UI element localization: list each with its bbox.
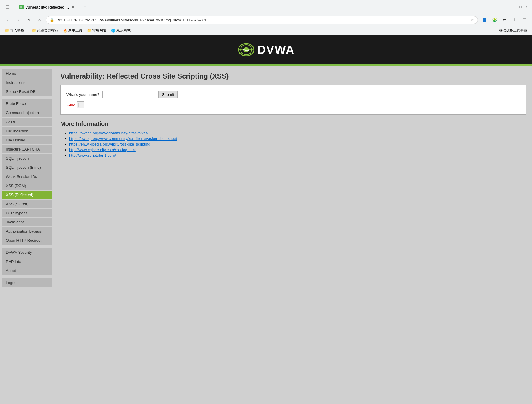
- dvwa-logo-icon: DVWA: [237, 41, 255, 59]
- sync-icon[interactable]: ⇄: [500, 16, 508, 24]
- form-label: What's your name?: [66, 92, 99, 97]
- dvwa-body: Home Instructions Setup / Reset DB Brute…: [0, 66, 532, 404]
- sidebar-item-command-injection[interactable]: Command Injection: [2, 108, 52, 117]
- sidebar-item-dvwa-security[interactable]: DVWA Security: [2, 248, 52, 257]
- bookmark-common-icon: 📁: [87, 29, 91, 33]
- bookmark-mobile-label: 移动设备上的书签: [499, 28, 527, 33]
- bookmark-common-label: 常用网址: [92, 28, 106, 33]
- browser-chrome: ☰ D Vulnerability: Reflected Cross-Site.…: [0, 0, 532, 35]
- sidebar-separator-3: [0, 276, 54, 278]
- bookmark-jd-label: 京东商城: [116, 28, 131, 33]
- home-button[interactable]: ⌂: [35, 16, 44, 24]
- list-item: https://owasp.org/www-community/xss-filt…: [69, 136, 526, 141]
- window-close-button[interactable]: ×: [524, 5, 528, 9]
- sidebar-item-sql-injection-blind[interactable]: SQL Injection (Blind): [2, 163, 52, 172]
- name-input[interactable]: [102, 91, 155, 98]
- address-bar[interactable]: 🔒 ☆: [46, 16, 478, 24]
- link-owasp-filter[interactable]: https://owasp.org/www-community/xss-filt…: [69, 136, 177, 141]
- more-info-title: More Information: [60, 121, 526, 127]
- hello-text: Hello: [66, 103, 75, 107]
- sidebar-item-javascript[interactable]: JavaScript: [2, 218, 52, 226]
- hello-text-row: Hello: [66, 101, 520, 108]
- submit-button[interactable]: Submit: [158, 91, 178, 98]
- sidebar-item-php-info[interactable]: PHP Info: [2, 257, 52, 266]
- bookmark-mobile[interactable]: 移动设备上的书签: [498, 27, 528, 34]
- link-wikipedia[interactable]: https://en.wikipedia.org/wiki/Cross-site…: [69, 142, 150, 146]
- svg-text:DVWA: DVWA: [243, 49, 249, 51]
- tab-favicon: D: [19, 5, 24, 9]
- tab-title: Vulnerability: Reflected Cross-Site...: [25, 5, 70, 9]
- broken-image: [77, 101, 84, 108]
- sidebar-item-weak-session-ids[interactable]: Weak Session IDs: [2, 172, 52, 181]
- link-scriptalert[interactable]: http://www.scriptalert1.com/: [69, 153, 116, 158]
- page-wrapper: DVWA DVWA Home Instructions Setup / Rese…: [0, 35, 532, 404]
- sidebar-separator-1: [0, 96, 54, 99]
- sidebar-item-logout[interactable]: Logout: [2, 278, 52, 287]
- share-icon[interactable]: ⤴: [510, 16, 518, 24]
- sidebar-item-insecure-captcha[interactable]: Insecure CAPTCHA: [2, 145, 52, 153]
- browser-titlebar: ☰ D Vulnerability: Reflected Cross-Site.…: [0, 0, 532, 14]
- bookmarks-bar: 📁 导入书签... 📁 火狐官方站点 🔥 新手上路 📁 常用网址 🌐 京东商城 …: [0, 26, 532, 35]
- bookmark-jd[interactable]: 🌐 京东商城: [110, 27, 132, 34]
- dvwa-logo-text: DVWA: [257, 43, 295, 56]
- tab-close-button[interactable]: ×: [72, 5, 74, 9]
- sidebar-item-xss-stored[interactable]: XSS (Stored): [2, 200, 52, 208]
- browser-toolbar: ‹ › ↻ ⌂ 🔒 ☆ 👤 🧩 ⇄ ⤴ ☰: [0, 14, 532, 26]
- address-input[interactable]: [56, 18, 468, 22]
- sidebar-item-authorisation-bypass[interactable]: Authorisation Bypass: [2, 227, 52, 236]
- bookmark-firefox-label: 火狐官方站点: [37, 28, 58, 33]
- browser-right-buttons: 👤 🧩 ⇄ ⤴ ☰: [480, 16, 528, 24]
- link-cgisecurity[interactable]: http://www.cgisecurity.com/xss-faq.html: [69, 148, 136, 152]
- sidebar-item-xss-reflected[interactable]: XSS (Reflected): [2, 191, 52, 199]
- security-icon: 🔒: [50, 18, 54, 22]
- account-icon[interactable]: 👤: [480, 16, 488, 24]
- more-info-section: More Information https://owasp.org/www-c…: [60, 121, 526, 158]
- bookmark-newuser-label: 新手上路: [68, 28, 82, 33]
- bookmark-star-icon[interactable]: ☆: [470, 18, 474, 22]
- sidebar-item-setup-reset-db[interactable]: Setup / Reset DB: [2, 87, 52, 96]
- list-item: https://owasp.org/www-community/attacks/…: [69, 131, 526, 135]
- sidebar-item-about[interactable]: About: [2, 266, 52, 275]
- list-item: http://www.cgisecurity.com/xss-faq.html: [69, 148, 526, 152]
- bookmark-firefox-icon: 📁: [32, 29, 36, 33]
- main-content: Vulnerability: Reflected Cross Site Scri…: [54, 66, 532, 404]
- refresh-button[interactable]: ↻: [25, 16, 33, 24]
- bookmark-import[interactable]: 📁 导入书签...: [4, 27, 28, 34]
- bookmark-firefox[interactable]: 📁 火狐官方站点: [31, 27, 59, 34]
- form-row: What's your name? Submit: [66, 91, 520, 98]
- sidebar-item-file-inclusion[interactable]: File Inclusion: [2, 127, 52, 135]
- browser-tab-active[interactable]: D Vulnerability: Reflected Cross-Site...…: [14, 2, 79, 12]
- bookmark-jd-icon: 🌐: [111, 29, 116, 33]
- link-owasp-xss[interactable]: https://owasp.org/www-community/attacks/…: [69, 131, 148, 135]
- bookmark-newuser[interactable]: 🔥 新手上路: [62, 27, 84, 34]
- bookmark-newuser-icon: 🔥: [63, 29, 67, 33]
- new-tab-button[interactable]: +: [81, 3, 89, 11]
- sidebar-item-csp-bypass[interactable]: CSP Bypass: [2, 209, 52, 217]
- bookmark-common[interactable]: 📁 常用网址: [86, 27, 108, 34]
- list-item: http://www.scriptalert1.com/: [69, 153, 526, 158]
- window-controls: — □ ×: [513, 5, 528, 9]
- browser-menu-icon[interactable]: ☰: [4, 3, 12, 11]
- list-item: https://en.wikipedia.org/wiki/Cross-site…: [69, 142, 526, 146]
- sidebar-item-instructions[interactable]: Instructions: [2, 78, 52, 87]
- xss-form-box: What's your name? Submit Hello: [60, 85, 526, 115]
- sidebar-item-sql-injection[interactable]: SQL Injection: [2, 154, 52, 163]
- window-minimize-button[interactable]: —: [513, 5, 517, 9]
- sidebar-item-home[interactable]: Home: [2, 69, 52, 78]
- bookmark-import-label: 导入书签...: [10, 28, 27, 33]
- back-button[interactable]: ‹: [4, 16, 12, 24]
- sidebar-item-xss-dom[interactable]: XSS (DOM): [2, 181, 52, 190]
- extensions-icon[interactable]: 🧩: [490, 16, 498, 24]
- sidebar-item-open-http-redirect[interactable]: Open HTTP Redirect: [2, 236, 52, 245]
- sidebar-item-brute-force[interactable]: Brute Force: [2, 99, 52, 108]
- more-info-links: https://owasp.org/www-community/attacks/…: [60, 131, 526, 158]
- page-title: Vulnerability: Reflected Cross Site Scri…: [60, 72, 526, 80]
- menu-button[interactable]: ☰: [520, 16, 528, 24]
- sidebar-item-file-upload[interactable]: File Upload: [2, 136, 52, 144]
- bookmark-import-icon: 📁: [5, 29, 9, 33]
- forward-button[interactable]: ›: [14, 16, 22, 24]
- sidebar-item-csrf[interactable]: CSRF: [2, 118, 52, 126]
- sidebar: Home Instructions Setup / Reset DB Brute…: [0, 66, 54, 404]
- sidebar-separator-2: [0, 245, 54, 248]
- window-maximize-button[interactable]: □: [518, 5, 523, 9]
